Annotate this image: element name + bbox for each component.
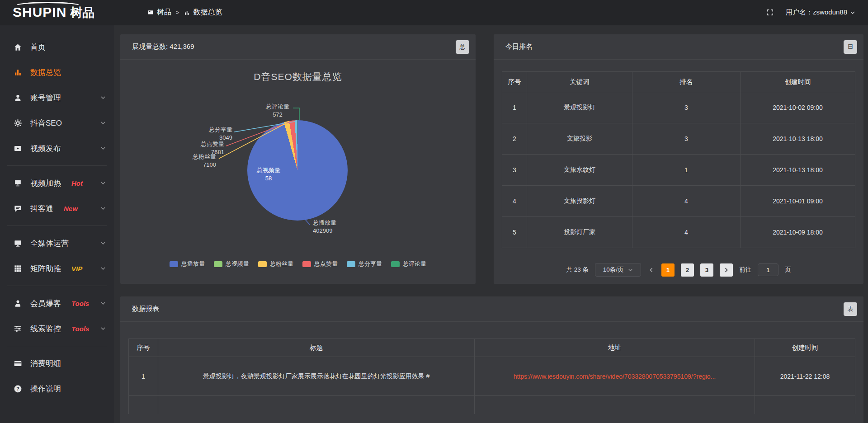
sidebar-divider	[7, 346, 107, 346]
breadcrumb: 树品 > 数据总览	[147, 8, 222, 17]
logo-arc-decoration	[14, 2, 81, 10]
svg-text:?: ?	[16, 386, 19, 391]
chevron-down-icon	[100, 301, 106, 306]
prev-page-button[interactable]	[647, 267, 655, 273]
legend-item-plays[interactable]: 总播放量	[170, 260, 205, 268]
sidebar-item-douyin-seo[interactable]: 抖音SEO	[0, 110, 114, 136]
window-icon	[147, 9, 154, 16]
chevron-down-icon	[100, 266, 106, 271]
chevron-down-icon	[100, 180, 106, 186]
seo-overview-panel: 展现量总数: 421,369 总 D音SEO数据量总览 总评论量 572	[120, 34, 476, 284]
day-toggle-button[interactable]: 日	[844, 40, 857, 54]
breadcrumb-root[interactable]: 树品	[147, 8, 171, 17]
monitor-icon	[14, 239, 23, 248]
legend-swatch	[214, 261, 222, 267]
chevron-down-icon	[100, 120, 106, 126]
goto-page-input[interactable]	[758, 263, 778, 276]
vip-badge: VIP	[71, 265, 82, 273]
sidebar-item-data-overview[interactable]: 数据总览	[0, 60, 114, 85]
bar-chart-icon	[14, 68, 23, 77]
impressions-total-label: 展现量总数: 421,369	[132, 42, 194, 51]
report-table: 序号 标题 地址 创建时间 1 景观投影灯，夜游景观投影灯厂家展示展示落花灯在花…	[128, 338, 855, 414]
grid-icon	[14, 264, 23, 273]
table-row: 5投影灯厂家42021-10-09 18:00	[502, 217, 855, 248]
app-logo: SHUPIN 树品	[13, 5, 126, 21]
page-button-1[interactable]: 1	[661, 263, 675, 277]
page-button-2[interactable]: 2	[681, 263, 694, 277]
chart-legend: 总播放量 总视频量 总粉丝量 总点赞量 总分享量 总评论量	[120, 260, 476, 268]
screen-stand-icon	[14, 179, 23, 188]
table-toggle-button[interactable]: 表	[844, 302, 857, 316]
tools-badge: Tools	[71, 300, 89, 307]
sidebar-item-matrix-boost[interactable]: 矩阵助推 VIP	[0, 256, 114, 281]
report-title: 数据报表	[132, 305, 159, 313]
pie-label-videos: 总视频量 58	[250, 166, 287, 183]
breadcrumb-current[interactable]: 数据总览	[184, 8, 222, 17]
sidebar-item-account[interactable]: 账号管理	[0, 85, 114, 110]
goto-suffix: 页	[785, 266, 791, 274]
video-link[interactable]: https://www.iesdouyin.com/share/video/70…	[475, 357, 755, 396]
comment-bubble-icon	[14, 204, 23, 213]
chevron-down-icon	[100, 95, 106, 100]
user-menu[interactable]: 用户名：zswodun88	[786, 8, 855, 17]
user-icon	[14, 93, 23, 102]
pagination: 共 23 条 10条/页 1 2 3 前往 页	[494, 263, 863, 277]
hot-badge: Hot	[71, 179, 83, 187]
chevron-down-icon	[100, 326, 106, 331]
table-header-row: 序号 标题 地址 创建时间	[129, 339, 855, 357]
chevron-down-icon	[100, 240, 106, 246]
report-panel-header: 数据报表 表	[120, 296, 863, 322]
page-button-3[interactable]: 3	[700, 263, 713, 277]
sidebar-item-video-publish[interactable]: 视频发布	[0, 136, 114, 161]
table-row: 3文旅水纹灯12021-10-13 18:00	[502, 155, 855, 186]
legend-item-shares[interactable]: 总分享量	[347, 260, 382, 268]
table-row: 1 景观投影灯，夜游景观投影灯厂家展示展示落花灯在花园里的灯光投影应用效果 # …	[129, 357, 855, 396]
legend-item-fans[interactable]: 总粉丝量	[258, 260, 293, 268]
credit-card-icon	[14, 359, 23, 368]
total-toggle-button[interactable]: 总	[456, 40, 469, 54]
pie-chart: D音SEO数据量总览 总评论量 572 总分享量 3049	[120, 60, 476, 272]
video-publish-icon	[14, 144, 23, 153]
legend-swatch	[258, 261, 267, 267]
chevron-down-icon	[850, 10, 855, 15]
sidebar-item-leads-monitor[interactable]: 线索监控 Tools	[0, 316, 114, 341]
legend-swatch	[302, 261, 311, 267]
legend-item-likes[interactable]: 总点赞量	[302, 260, 338, 268]
table-header-row: 序号 关键词 排名 创建时间	[502, 72, 855, 92]
sidebar-divider	[7, 226, 107, 226]
person-icon	[14, 299, 23, 308]
legend-item-comments[interactable]: 总评论量	[391, 260, 426, 268]
chart-panel-header: 展现量总数: 421,369 总	[120, 34, 476, 60]
goto-label: 前往	[739, 266, 751, 274]
table-row: 4文旅投影灯42021-10-01 09:00	[502, 186, 855, 217]
sidebar-item-doukertong[interactable]: 抖客通 New	[0, 196, 114, 221]
page-size-select[interactable]: 10条/页	[595, 263, 641, 277]
legend-swatch	[170, 261, 178, 267]
sidebar-item-video-heat[interactable]: 视频加热 Hot	[0, 170, 114, 196]
username-label: 用户名：zswodun88	[786, 8, 847, 17]
pie-label-fans: 总粉丝量 7100	[162, 153, 216, 169]
sliders-icon	[14, 324, 23, 333]
pie-label-plays: 总播放量 402909	[313, 219, 363, 235]
sidebar-item-consumption[interactable]: 消费明细	[0, 351, 114, 376]
sidebar-item-home[interactable]: 首页	[0, 34, 114, 60]
bar-chart-icon	[184, 9, 190, 16]
new-badge: New	[64, 205, 78, 212]
next-page-button[interactable]	[720, 263, 733, 277]
gear-icon	[14, 118, 23, 127]
ranking-table: 序号 关键词 排名 创建时间 1景观投影灯32021-10-02 09:00 2…	[502, 71, 855, 248]
fullscreen-icon[interactable]	[766, 9, 774, 16]
topbar: SHUPIN 树品 树品 > 数据总览 用户名：zswodun88	[0, 0, 868, 25]
sidebar-divider	[7, 165, 107, 166]
table-row: 2文旅投影32021-10-13 18:00	[502, 123, 855, 155]
chevron-down-icon	[628, 268, 633, 273]
sidebar-item-member[interactable]: 会员爆客 Tools	[0, 291, 114, 316]
legend-item-videos[interactable]: 总视频量	[214, 260, 249, 268]
legend-swatch	[347, 261, 355, 267]
table-row	[129, 396, 855, 414]
pie-label-shares: 总分享量 3049	[175, 126, 232, 142]
tools-badge: Tools	[71, 325, 89, 333]
sidebar-item-media-ops[interactable]: 全媒体运营	[0, 230, 114, 256]
chevron-down-icon	[100, 206, 106, 211]
sidebar-item-instructions[interactable]: ? 操作说明	[0, 376, 114, 401]
